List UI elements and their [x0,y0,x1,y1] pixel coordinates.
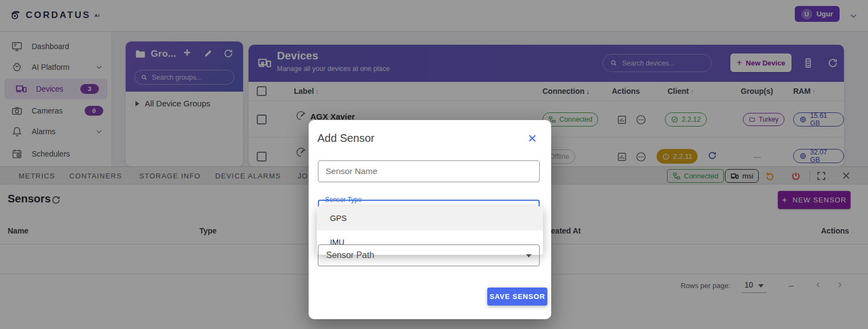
sensor-type-label: Sensor Type [325,196,362,204]
save-sensor-label: SAVE SENSOR [489,292,545,301]
modal-title: Add Sensor [317,132,375,145]
save-sensor-button[interactable]: SAVE SENSOR [487,288,547,306]
dropdown-arrow-icon [526,254,532,258]
app-root: CORDATUS AI U Ugur Dashboard AI Platform [0,0,868,329]
sensor-name-input[interactable] [318,160,540,182]
close-modal-icon[interactable] [527,133,538,143]
sensor-path-placeholder: Sensor Path [326,250,374,260]
sensor-path-select[interactable]: Sensor Path [318,244,540,266]
add-sensor-modal: Add Sensor Sensor Type GPS IMU Sensor Pa… [309,120,551,319]
option-gps[interactable]: GPS [317,206,543,230]
